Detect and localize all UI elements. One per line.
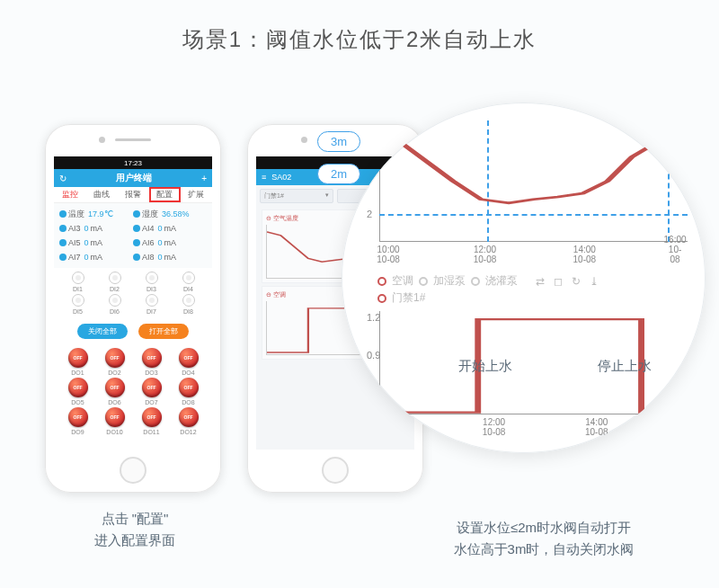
do-toggle[interactable]: OFF	[68, 378, 88, 397]
lock-icon[interactable]: ◻	[552, 275, 564, 288]
sensor-grid: 温度 17.9℃ 湿度 36.58% AI3 0 mAAI4 0 mAAI5 0…	[54, 203, 212, 268]
temp-value: 17.9℃	[88, 209, 113, 218]
water-level-chart: 32 10:0010-0812:0010-0814:0010-0816:0010…	[360, 120, 688, 264]
menu-icon[interactable]: ≡	[262, 173, 266, 182]
di-label: DI7	[133, 308, 170, 315]
sensor-unit: mA	[164, 224, 177, 233]
sensor-value: 0	[84, 224, 89, 233]
do-toggle[interactable]: OFF	[142, 378, 162, 397]
di-item[interactable]: DI2	[96, 272, 133, 292]
tab-curve[interactable]: 曲线	[85, 187, 117, 202]
do-toggle[interactable]: OFF	[179, 378, 199, 397]
do-item[interactable]: OFFDO2	[96, 348, 133, 376]
di-item[interactable]: DI5	[59, 294, 96, 315]
do-item[interactable]: OFFDO12	[170, 407, 207, 435]
tab-config[interactable]: 配置	[149, 187, 181, 202]
do-item[interactable]: OFFDO9	[59, 407, 96, 435]
page-title: 场景1：阈值水位低于2米自动上水	[0, 0, 719, 54]
legend-bottom: 空调	[273, 291, 286, 298]
di-indicator	[146, 294, 158, 307]
di-label: DI6	[96, 308, 133, 315]
chevron-down-icon: ▾	[325, 192, 329, 200]
tab-alarm[interactable]: 报警	[117, 187, 148, 202]
di-item[interactable]: DI3	[133, 272, 170, 292]
legend-irrig: 浇灌泵	[485, 273, 518, 289]
x-tick: 12:0010-08	[483, 417, 506, 437]
refresh-icon[interactable]: ↻	[570, 275, 582, 288]
di-label: DI4	[170, 286, 207, 292]
do-toggle[interactable]: OFF	[105, 407, 125, 427]
sensor-value: 0	[158, 224, 163, 233]
sensor-name: AI7	[68, 253, 81, 262]
app-bar: ↻ 用户终端 +	[54, 169, 212, 187]
sensor-value: 0	[84, 238, 89, 247]
do-item[interactable]: OFFDO4	[170, 348, 207, 376]
sensor-value: 0	[158, 253, 163, 262]
app-title: 用户终端	[116, 172, 152, 184]
add-icon[interactable]: +	[201, 174, 207, 183]
di-indicator	[109, 272, 121, 284]
sensor-name: AI5	[68, 238, 81, 247]
swap-icon[interactable]: ⇄	[534, 275, 546, 288]
di-indicator	[182, 294, 195, 307]
x-tick: 14:0010-08	[585, 417, 608, 437]
home-button-2[interactable]	[322, 457, 349, 484]
do-item[interactable]: OFFDO1	[59, 348, 96, 376]
do-toggle[interactable]: OFF	[142, 348, 162, 368]
sensor-unit: mA	[164, 238, 177, 247]
close-all-button[interactable]: 关闭全部	[77, 324, 128, 339]
do-item[interactable]: OFFDO11	[133, 407, 170, 435]
do-item[interactable]: OFFDO7	[133, 378, 170, 405]
di-item[interactable]: DI8	[170, 294, 207, 315]
dropdown-1[interactable]: 门禁1#▾	[260, 189, 333, 203]
di-item[interactable]: DI6	[96, 294, 133, 315]
humid-label: 湿度	[142, 209, 158, 220]
app-title-2: SA02	[271, 173, 291, 182]
humid-value: 36.58%	[162, 209, 190, 218]
download-icon[interactable]: ⤓	[588, 275, 600, 288]
do-item[interactable]: OFFDO6	[96, 378, 133, 405]
do-label: DO8	[170, 399, 207, 405]
di-label: DI1	[59, 286, 96, 292]
do-label: DO1	[59, 370, 96, 376]
caption-left: 点击 "配置" 进入配置界面	[54, 508, 216, 551]
do-item[interactable]: OFFDO8	[170, 378, 207, 405]
sensor-icon	[59, 254, 67, 261]
do-toggle[interactable]: OFF	[68, 348, 88, 368]
refresh-icon[interactable]: ↻	[59, 174, 67, 183]
do-label: DO2	[96, 370, 133, 376]
di-item[interactable]: DI1	[59, 272, 96, 292]
status-time: 17:23	[124, 159, 142, 167]
do-toggle[interactable]: OFF	[179, 348, 199, 368]
di-label: DI3	[133, 286, 170, 292]
y-tick: 2	[367, 209, 372, 219]
sensor-unit: mA	[91, 253, 103, 262]
di-item[interactable]: DI7	[133, 294, 170, 315]
do-toggle[interactable]: OFF	[142, 407, 162, 427]
sensor-name: AI6	[142, 238, 155, 247]
di-indicator	[72, 294, 84, 307]
legend-top: 空气温度	[273, 215, 298, 221]
phone-1: 17:23 ↻ 用户终端 + 监控 曲线 报警 配置 扩展 温度 17.9℃ 湿…	[45, 124, 221, 493]
zoom-panel: 32 10:0010-0812:0010-0814:0010-0816:0010…	[342, 102, 706, 453]
ring-icon	[377, 294, 386, 303]
sensor-name: AI8	[142, 253, 155, 262]
do-item[interactable]: OFFDO3	[133, 348, 170, 376]
humidity-icon	[133, 210, 140, 218]
zoom-legend: 空调 加湿泵 浇灌泵 ⇄ ◻ ↻ ⤓	[360, 273, 688, 289]
open-all-button[interactable]: 打开全部	[138, 324, 189, 339]
do-label: DO9	[59, 429, 96, 435]
tab-monitor[interactable]: 监控	[54, 187, 85, 202]
do-toggle[interactable]: OFF	[105, 348, 125, 368]
do-toggle[interactable]: OFF	[68, 407, 88, 427]
do-item[interactable]: OFFDO5	[59, 378, 96, 405]
do-toggle[interactable]: OFF	[179, 407, 199, 427]
do-item[interactable]: OFFDO10	[96, 407, 133, 435]
home-button[interactable]	[120, 457, 146, 484]
badge-3m: 3m	[317, 131, 360, 152]
do-toggle[interactable]: OFF	[105, 378, 125, 397]
tab-extend[interactable]: 扩展	[181, 187, 212, 202]
do-label: DO3	[133, 370, 170, 376]
sensor-name: AI3	[68, 224, 81, 233]
di-item[interactable]: DI4	[170, 272, 207, 292]
